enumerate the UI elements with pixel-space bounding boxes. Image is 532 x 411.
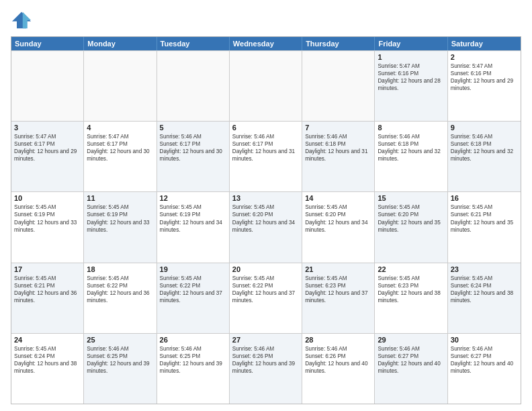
calendar-cell: 2Sunrise: 5:47 AMSunset: 6:16 PMDaylight…: [448, 51, 521, 121]
calendar-cell: 9Sunrise: 5:46 AMSunset: 6:18 PMDaylight…: [448, 122, 521, 191]
daylight-text: Daylight: 12 hours and 30 minutes.: [87, 148, 153, 163]
sunset-text: Sunset: 6:19 PM: [14, 211, 81, 218]
sunrise-text: Sunrise: 5:45 AM: [378, 275, 444, 282]
daylight-text: Daylight: 12 hours and 35 minutes.: [451, 219, 518, 234]
sunset-text: Sunset: 6:27 PM: [378, 353, 444, 360]
daylight-text: Daylight: 12 hours and 37 minutes.: [232, 289, 299, 304]
day-number: 5: [160, 124, 226, 132]
day-number: 30: [451, 336, 518, 344]
daylight-text: Daylight: 12 hours and 38 minutes.: [378, 289, 444, 304]
sunrise-text: Sunrise: 5:47 AM: [378, 62, 444, 70]
sunset-text: Sunset: 6:20 PM: [305, 211, 371, 218]
weekday-header: Sunday: [11, 37, 84, 50]
day-number: 19: [160, 265, 226, 273]
calendar-cell: 15Sunrise: 5:45 AMSunset: 6:20 PMDayligh…: [375, 192, 447, 262]
sunset-text: Sunset: 6:18 PM: [305, 140, 371, 148]
calendar-cell: 11Sunrise: 5:45 AMSunset: 6:19 PMDayligh…: [84, 192, 157, 262]
daylight-text: Daylight: 12 hours and 37 minutes.: [160, 289, 226, 304]
sunrise-text: Sunrise: 5:45 AM: [232, 203, 299, 211]
daylight-text: Daylight: 12 hours and 40 minutes.: [305, 360, 371, 375]
daylight-text: Daylight: 12 hours and 34 minutes.: [232, 219, 299, 234]
day-number: 6: [232, 124, 299, 132]
sunset-text: Sunset: 6:16 PM: [451, 70, 518, 77]
daylight-text: Daylight: 12 hours and 31 minutes.: [232, 148, 299, 163]
calendar-row: 24Sunrise: 5:45 AMSunset: 6:24 PMDayligh…: [11, 333, 521, 404]
sunset-text: Sunset: 6:17 PM: [14, 140, 81, 148]
day-number: 11: [87, 194, 153, 202]
day-number: 16: [451, 194, 518, 202]
day-number: 4: [87, 124, 153, 132]
calendar-cell: 21Sunrise: 5:45 AMSunset: 6:23 PMDayligh…: [302, 263, 375, 333]
sunset-text: Sunset: 6:25 PM: [160, 353, 226, 360]
sunrise-text: Sunrise: 5:45 AM: [14, 275, 81, 282]
day-number: 2: [451, 53, 518, 61]
day-number: 8: [378, 124, 444, 132]
page: SundayMondayTuesdayWednesdayThursdayFrid…: [0, 0, 532, 411]
sunrise-text: Sunrise: 5:45 AM: [232, 275, 299, 282]
calendar-cell: 8Sunrise: 5:46 AMSunset: 6:18 PMDaylight…: [375, 122, 447, 191]
sunset-text: Sunset: 6:19 PM: [87, 211, 153, 218]
sunset-text: Sunset: 6:22 PM: [87, 282, 153, 289]
day-number: 1: [378, 53, 444, 61]
calendar-cell: 3Sunrise: 5:47 AMSunset: 6:17 PMDaylight…: [11, 122, 84, 191]
calendar-cell: 7Sunrise: 5:46 AMSunset: 6:18 PMDaylight…: [302, 122, 375, 191]
daylight-text: Daylight: 12 hours and 37 minutes.: [305, 289, 371, 304]
sunrise-text: Sunrise: 5:45 AM: [305, 203, 371, 211]
calendar-cell: 17Sunrise: 5:45 AMSunset: 6:21 PMDayligh…: [11, 263, 84, 333]
sunrise-text: Sunrise: 5:45 AM: [160, 203, 226, 211]
weekday-header: Tuesday: [157, 37, 230, 50]
calendar-cell: [157, 51, 230, 121]
day-number: 17: [14, 265, 81, 273]
day-number: 15: [378, 194, 444, 202]
sunset-text: Sunset: 6:22 PM: [232, 282, 299, 289]
daylight-text: Daylight: 12 hours and 39 minutes.: [160, 360, 226, 375]
calendar-cell: [302, 51, 375, 121]
daylight-text: Daylight: 12 hours and 38 minutes.: [14, 360, 81, 375]
sunset-text: Sunset: 6:20 PM: [232, 211, 299, 218]
sunset-text: Sunset: 6:18 PM: [451, 140, 518, 148]
calendar: SundayMondayTuesdayWednesdayThursdayFrid…: [11, 36, 521, 404]
sunset-text: Sunset: 6:23 PM: [378, 282, 444, 289]
calendar-cell: 12Sunrise: 5:45 AMSunset: 6:19 PMDayligh…: [157, 192, 230, 262]
calendar-cell: [230, 51, 302, 121]
daylight-text: Daylight: 12 hours and 39 minutes.: [87, 360, 153, 375]
sunset-text: Sunset: 6:17 PM: [232, 140, 299, 148]
sunset-text: Sunset: 6:17 PM: [87, 140, 153, 148]
calendar-cell: 19Sunrise: 5:45 AMSunset: 6:22 PMDayligh…: [157, 263, 230, 333]
sunrise-text: Sunrise: 5:47 AM: [14, 133, 81, 140]
sunrise-text: Sunrise: 5:47 AM: [451, 62, 518, 70]
day-number: 12: [160, 194, 226, 202]
daylight-text: Daylight: 12 hours and 39 minutes.: [232, 360, 299, 375]
sunrise-text: Sunrise: 5:46 AM: [305, 345, 371, 353]
daylight-text: Daylight: 12 hours and 36 minutes.: [87, 289, 153, 304]
calendar-cell: 4Sunrise: 5:47 AMSunset: 6:17 PMDaylight…: [84, 122, 157, 191]
calendar-cell: 30Sunrise: 5:46 AMSunset: 6:27 PMDayligh…: [448, 334, 521, 404]
sunrise-text: Sunrise: 5:45 AM: [160, 275, 226, 282]
daylight-text: Daylight: 12 hours and 36 minutes.: [14, 289, 81, 304]
day-number: 13: [232, 194, 299, 202]
daylight-text: Daylight: 12 hours and 34 minutes.: [305, 219, 371, 234]
weekday-header: Monday: [84, 37, 157, 50]
calendar-row: 1Sunrise: 5:47 AMSunset: 6:16 PMDaylight…: [11, 50, 521, 121]
calendar-cell: 6Sunrise: 5:46 AMSunset: 6:17 PMDaylight…: [230, 122, 302, 191]
sunrise-text: Sunrise: 5:45 AM: [305, 275, 371, 282]
day-number: 10: [14, 194, 81, 202]
sunset-text: Sunset: 6:19 PM: [160, 211, 226, 218]
daylight-text: Daylight: 12 hours and 33 minutes.: [14, 219, 81, 234]
calendar-cell: 14Sunrise: 5:45 AMSunset: 6:20 PMDayligh…: [302, 192, 375, 262]
sunset-text: Sunset: 6:27 PM: [451, 353, 518, 360]
sunrise-text: Sunrise: 5:46 AM: [160, 133, 226, 140]
sunset-text: Sunset: 6:16 PM: [378, 70, 444, 77]
calendar-cell: 16Sunrise: 5:45 AMSunset: 6:21 PMDayligh…: [448, 192, 521, 262]
sunrise-text: Sunrise: 5:46 AM: [378, 133, 444, 140]
calendar-cell: 13Sunrise: 5:45 AMSunset: 6:20 PMDayligh…: [230, 192, 302, 262]
day-number: 14: [305, 194, 371, 202]
weekday-header: Wednesday: [230, 37, 302, 50]
sunrise-text: Sunrise: 5:46 AM: [232, 133, 299, 140]
daylight-text: Daylight: 12 hours and 32 minutes.: [451, 148, 518, 163]
sunset-text: Sunset: 6:18 PM: [378, 140, 444, 148]
sunrise-text: Sunrise: 5:46 AM: [451, 133, 518, 140]
sunrise-text: Sunrise: 5:47 AM: [87, 133, 153, 140]
day-number: 22: [378, 265, 444, 273]
calendar-cell: 10Sunrise: 5:45 AMSunset: 6:19 PMDayligh…: [11, 192, 84, 262]
